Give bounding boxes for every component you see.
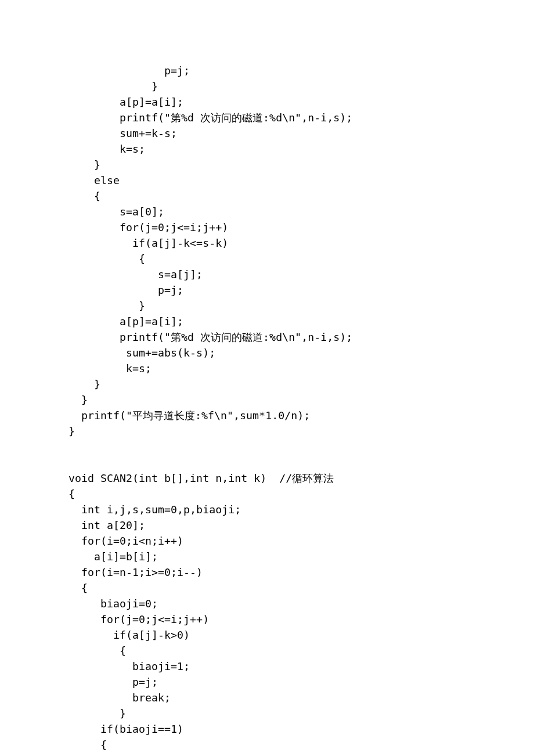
document-page: p=j; } a[p]=a[i]; printf("第%d 次访问的磁道:%d\… [0,0,534,756]
code-block: p=j; } a[p]=a[i]; printf("第%d 次访问的磁道:%d\… [0,63,534,753]
